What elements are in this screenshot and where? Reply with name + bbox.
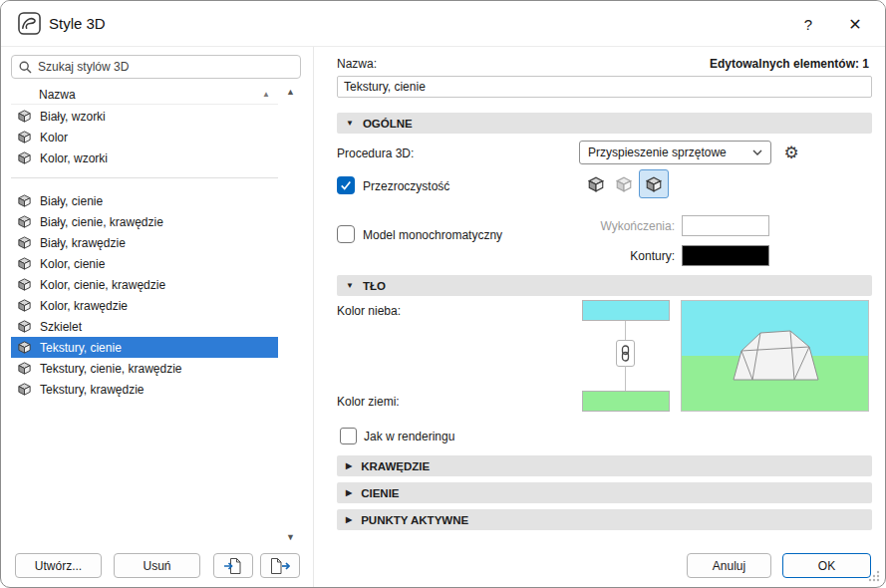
list-item-label: Tekstury, cienie	[40, 341, 122, 355]
ground-color-swatch[interactable]	[582, 391, 670, 412]
link-line	[625, 321, 626, 341]
display-mode-transparent-button[interactable]	[639, 169, 669, 198]
style-cube-icon	[17, 382, 32, 397]
name-label: Nazwa:	[337, 57, 377, 71]
transparency-checkbox[interactable]	[337, 176, 355, 194]
section-title: TŁO	[363, 280, 386, 292]
titlebar: Style 3D ? ✕	[1, 1, 885, 47]
collapse-arrow-icon: ▼	[346, 281, 354, 290]
style-cube-icon	[17, 130, 32, 145]
style-cube-icon	[17, 298, 32, 313]
section-title: CIENIE	[361, 487, 399, 499]
scroll-up-icon[interactable]: ▲	[281, 87, 300, 97]
list-item[interactable]: Biały, krawędzie	[11, 232, 278, 253]
chain-link-icon	[620, 345, 631, 362]
style-cube-icon	[17, 109, 32, 124]
section-background[interactable]: ▼ TŁO	[337, 275, 872, 296]
style-cube-icon	[17, 235, 32, 250]
style-3d-dialog: Style 3D ? ✕ Nazwa ▲ Biały, wzorki Kolor…	[0, 0, 886, 588]
style-cube-icon	[17, 150, 32, 165]
style-name-input[interactable]	[337, 76, 872, 98]
archicad-logo-icon	[18, 12, 41, 35]
sort-ascending-icon: ▲	[262, 90, 270, 99]
procedure-3d-value: Przyspieszenie sprzętowe	[588, 146, 727, 159]
list-header-name-column[interactable]: Nazwa ▲	[11, 85, 278, 105]
like-rendering-checkbox[interactable]	[340, 428, 357, 444]
resize-grip[interactable]	[867, 569, 880, 582]
link-colors-button[interactable]	[616, 340, 635, 367]
monochrome-model-checkbox[interactable]	[337, 225, 355, 243]
like-rendering-label: Jak w renderingu	[364, 430, 454, 443]
chevron-down-icon	[752, 149, 762, 155]
close-button[interactable]: ✕	[840, 9, 870, 39]
contours-color-swatch[interactable]	[682, 245, 769, 266]
list-scrollbar[interactable]: ▲ ▼	[281, 85, 300, 544]
list-item[interactable]: Biały, wzorki	[11, 106, 278, 127]
transparency-label: Przezroczystość	[363, 179, 449, 193]
list-item[interactable]: Biały, cienie, krawędzie	[11, 211, 278, 232]
editable-elements-count: Edytowalnych elementów: 1	[710, 57, 869, 71]
scroll-down-icon[interactable]: ▼	[281, 532, 300, 542]
style-cube-icon	[17, 277, 32, 292]
procedure-3d-label: Procedura 3D:	[337, 147, 414, 160]
display-mode-shaded-button[interactable]	[611, 171, 637, 197]
style-cube-icon	[17, 361, 32, 376]
solid-cube-icon	[587, 175, 605, 193]
sky-color-swatch[interactable]	[582, 300, 670, 321]
create-button[interactable]: Utwórz...	[15, 553, 102, 578]
contours-label: Kontury:	[479, 249, 675, 263]
list-item[interactable]: Biały, cienie	[11, 190, 278, 211]
collapse-arrow-icon: ▶	[346, 461, 352, 470]
transparent-cube-icon	[645, 175, 663, 193]
display-mode-solid-button[interactable]	[583, 171, 609, 197]
list-item[interactable]: Kolor, wzorki	[11, 147, 278, 168]
section-edges[interactable]: ▶ KRAWĘDZIE	[337, 455, 872, 476]
style-list: Biały, wzorki Kolor Kolor, wzorki Biały,…	[11, 106, 278, 400]
list-item-selected[interactable]: Tekstury, cienie	[11, 337, 278, 358]
style-cube-icon	[17, 340, 32, 355]
shaded-cube-icon	[615, 175, 633, 193]
collapse-arrow-icon: ▶	[346, 515, 352, 524]
export-styles-button[interactable]	[260, 553, 300, 578]
list-item-label: Kolor, wzorki	[40, 151, 108, 165]
procedure-3d-select[interactable]: Przyspieszenie sprzętowe	[579, 141, 771, 164]
list-group-separator	[11, 168, 278, 190]
list-item[interactable]: Tekstury, krawędzie	[11, 379, 278, 400]
cancel-button[interactable]: Anuluj	[687, 553, 771, 578]
list-item-label: Kolor	[40, 131, 68, 145]
section-shadows[interactable]: ▶ CIENIE	[337, 482, 872, 503]
window-title: Style 3D	[49, 1, 106, 46]
list-item[interactable]: Kolor, cienie	[11, 253, 278, 274]
import-icon	[223, 557, 243, 575]
help-button[interactable]: ?	[793, 9, 823, 39]
list-item[interactable]: Kolor, krawędzie	[11, 295, 278, 316]
list-item[interactable]: Kolor	[11, 127, 278, 147]
list-item-label: Kolor, krawędzie	[40, 299, 128, 313]
section-hotspots[interactable]: ▶ PUNKTY AKTYWNE	[337, 509, 872, 530]
list-item[interactable]: Tekstury, cienie, krawędzie	[11, 358, 278, 379]
panel-divider	[313, 47, 314, 587]
ok-button[interactable]: OK	[782, 553, 871, 578]
search-input[interactable]	[38, 60, 293, 74]
collapse-arrow-icon: ▶	[346, 488, 352, 497]
style-cube-icon	[17, 193, 32, 208]
procedure-settings-button[interactable]: ⚙	[778, 141, 804, 165]
ground-color-label: Kolor ziemi:	[337, 395, 400, 409]
section-general[interactable]: ▼ OGÓLNE	[337, 113, 872, 134]
import-styles-button[interactable]	[213, 553, 253, 578]
export-icon	[270, 557, 290, 575]
section-title: KRAWĘDZIE	[361, 460, 430, 472]
list-item-label: Biały, cienie, krawędzie	[40, 215, 163, 229]
list-item-label: Kolor, cienie, krawędzie	[40, 278, 165, 292]
sky-color-label: Kolor nieba:	[337, 304, 401, 318]
finishes-label: Wykończenia:	[479, 219, 675, 233]
section-title: PUNKTY AKTYWNE	[361, 514, 468, 526]
delete-button[interactable]: Usuń	[114, 553, 200, 578]
list-item[interactable]: Szkielet	[11, 316, 278, 337]
finishes-color-swatch[interactable]	[682, 215, 769, 236]
style-cube-icon	[17, 214, 32, 229]
style-cube-icon	[17, 319, 32, 334]
list-item[interactable]: Kolor, cienie, krawędzie	[11, 274, 278, 295]
gear-icon: ⚙	[783, 144, 798, 162]
list-item-label: Kolor, cienie	[40, 257, 105, 271]
